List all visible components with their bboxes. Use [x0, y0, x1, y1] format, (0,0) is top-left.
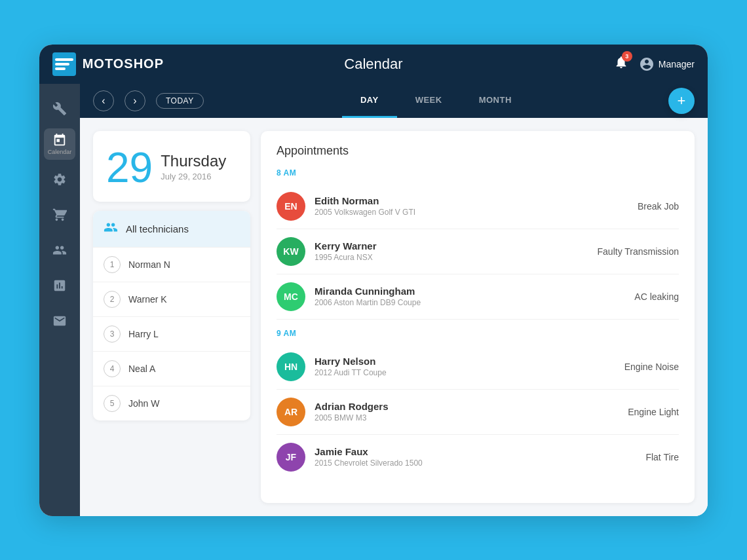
appt-info-5: Adrian Rodgers 2005 BMW M3: [315, 401, 571, 422]
appt-info-4: Harry Nelson 2012 Audi TT Coupe: [315, 356, 571, 377]
user-info[interactable]: Manager: [639, 56, 695, 72]
appointment-1[interactable]: EN Edith Norman 2005 Volkswagen Golf V G…: [277, 184, 679, 229]
date-card: 29 Thursday July 29, 2016: [93, 131, 250, 202]
appt-issue-2: Faulty Transmission: [581, 246, 679, 257]
appt-car-5: 2005 BMW M3: [315, 413, 571, 422]
sidebar-nav: Calendar: [39, 84, 80, 516]
time-slot-8am: 8 AM: [277, 168, 679, 177]
appt-issue-3: AC leaking: [581, 291, 679, 302]
appt-info-1: Edith Norman 2005 Volkswagen Golf V GTI: [315, 195, 571, 217]
sidebar-item-calendar[interactable]: Calendar: [44, 128, 75, 160]
prev-button[interactable]: ‹: [93, 90, 114, 111]
header-title: Calendar: [164, 56, 583, 73]
date-number: 29: [106, 147, 153, 189]
technician-item-3[interactable]: 3 Harry L: [93, 316, 250, 351]
all-technicians-item[interactable]: All technicians: [93, 211, 250, 247]
notification-badge: 3: [622, 51, 632, 62]
appointment-2[interactable]: KW Kerry Warner 1995 Acura NSX Faulty Tr…: [277, 229, 679, 274]
appt-name-5: Adrian Rodgers: [315, 401, 571, 412]
technician-item-5[interactable]: 5 John W: [93, 386, 250, 420]
content-area: ‹ › TODAY DAY WEEK MONTH +: [80, 84, 708, 516]
header-logo: MOTOSHOP: [52, 52, 164, 76]
appt-issue-5: Engine Light: [581, 407, 679, 417]
brand-name: MOTOSHOP: [83, 56, 164, 71]
appt-car-2: 1995 Acura NSX: [315, 253, 571, 262]
tab-month[interactable]: MONTH: [461, 84, 530, 118]
sidebar-item-cart[interactable]: [44, 199, 75, 231]
appointment-3[interactable]: MC Miranda Cunningham 2006 Aston Martin …: [277, 274, 679, 320]
header-right: 3 Manager: [583, 55, 695, 73]
appt-name-1: Edith Norman: [315, 195, 571, 206]
left-panel: 29 Thursday July 29, 2016: [93, 131, 250, 503]
appointments-panel: Appointments 8 AM EN Edith Norman 2005 V…: [261, 131, 695, 503]
logo-stripe-2: [55, 63, 69, 65]
today-button[interactable]: TODAY: [156, 93, 204, 109]
sidebar-item-mail[interactable]: [44, 305, 75, 337]
avatar-ar: AR: [277, 398, 305, 426]
mail-icon: [52, 314, 67, 328]
avatar-jf: JF: [277, 443, 305, 472]
appointment-6[interactable]: JF Jamie Faux 2015 Chevrolet Silverado 1…: [277, 435, 679, 479]
user-name: Manager: [659, 59, 695, 69]
appt-car-1: 2005 Volkswagen Golf V GTI: [315, 208, 571, 217]
tech-name-5: John W: [128, 398, 159, 409]
tab-day[interactable]: DAY: [342, 84, 397, 118]
time-slot-9am: 9 AM: [277, 329, 679, 338]
users-icon: [52, 243, 67, 257]
content-split: 29 Thursday July 29, 2016: [80, 118, 708, 516]
tech-num-1: 1: [104, 256, 121, 273]
appt-car-4: 2012 Audi TT Coupe: [315, 368, 571, 377]
chart-icon: [52, 278, 67, 293]
add-appointment-button[interactable]: +: [668, 88, 695, 114]
tech-name-2: Warner K: [128, 294, 167, 305]
tech-num-2: 2: [104, 291, 121, 308]
tech-num-4: 4: [104, 360, 121, 377]
logo-stripe-1: [55, 58, 73, 61]
date-full: July 29, 2016: [161, 172, 226, 181]
all-technicians-label: All technicians: [126, 223, 189, 234]
date-info: Thursday July 29, 2016: [161, 147, 226, 181]
app-container: MOTOSHOP Calendar 3 Manager: [39, 45, 708, 516]
appt-issue-4: Engine Noise: [581, 362, 679, 372]
appointments-title: Appointments: [277, 144, 679, 158]
cart-icon: [52, 208, 67, 222]
appt-issue-1: Break Job: [581, 201, 679, 212]
main-layout: Calendar: [39, 84, 708, 516]
next-button[interactable]: ›: [125, 90, 145, 111]
all-technicians-icon: [104, 220, 118, 238]
calendar-nav-item: Calendar: [48, 133, 72, 155]
sub-header: ‹ › TODAY DAY WEEK MONTH +: [80, 84, 708, 118]
appt-info-3: Miranda Cunningham 2006 Aston Martin DB9…: [315, 286, 571, 307]
avatar-kw: KW: [277, 237, 305, 266]
sidebar-item-settings[interactable]: [44, 164, 75, 195]
sidebar-item-tools[interactable]: [44, 93, 75, 124]
tab-group: DAY WEEK MONTH: [214, 84, 658, 118]
appt-car-6: 2015 Chevrolet Silverado 1500: [315, 458, 571, 468]
appt-car-3: 2006 Aston Martin DB9 Coupe: [315, 298, 571, 307]
sidebar-item-chart[interactable]: [44, 270, 75, 301]
appointment-5[interactable]: AR Adrian Rodgers 2005 BMW M3 Engine Lig…: [277, 390, 679, 435]
tech-name-1: Norman N: [128, 259, 170, 270]
logo-stripes: [55, 58, 73, 70]
tech-num-3: 3: [104, 326, 121, 343]
calendar-nav-label: Calendar: [48, 149, 72, 155]
appt-name-2: Kerry Warner: [315, 240, 571, 252]
appt-issue-6: Flat Tire: [581, 452, 679, 462]
logo-icon: [52, 52, 76, 76]
appt-name-6: Jamie Faux: [315, 446, 571, 457]
appointment-4[interactable]: HN Harry Nelson 2012 Audi TT Coupe Engin…: [277, 345, 679, 390]
appt-name-3: Miranda Cunningham: [315, 286, 571, 297]
technician-item-2[interactable]: 2 Warner K: [93, 282, 250, 316]
avatar-mc: MC: [277, 282, 305, 311]
technician-item-4[interactable]: 4 Neal A: [93, 351, 250, 386]
appt-info-6: Jamie Faux 2015 Chevrolet Silverado 1500: [315, 446, 571, 468]
appt-name-4: Harry Nelson: [315, 356, 571, 367]
technician-item-1[interactable]: 1 Norman N: [93, 247, 250, 282]
sidebar-item-users[interactable]: [44, 234, 75, 266]
date-display: 29 Thursday July 29, 2016: [106, 147, 237, 189]
tab-week[interactable]: WEEK: [397, 84, 461, 118]
avatar-en: EN: [277, 192, 305, 221]
tools-icon: [52, 102, 67, 116]
notification-bell[interactable]: 3: [614, 55, 628, 73]
tech-name-4: Neal A: [128, 364, 155, 374]
